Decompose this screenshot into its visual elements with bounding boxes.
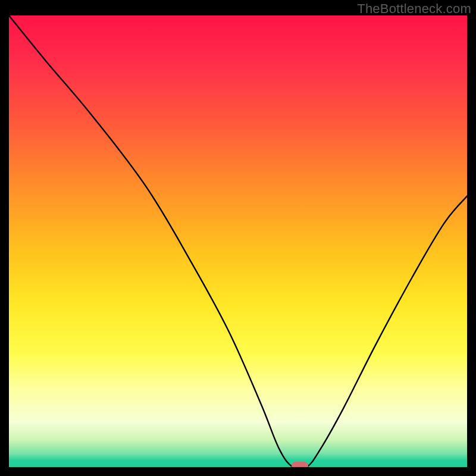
sweet-spot-marker <box>292 462 308 467</box>
watermark-text: TheBottleneck.com <box>357 1 471 17</box>
bottleneck-curve <box>9 15 467 467</box>
plot-area <box>9 15 467 467</box>
chart-frame: TheBottleneck.com <box>0 0 476 476</box>
